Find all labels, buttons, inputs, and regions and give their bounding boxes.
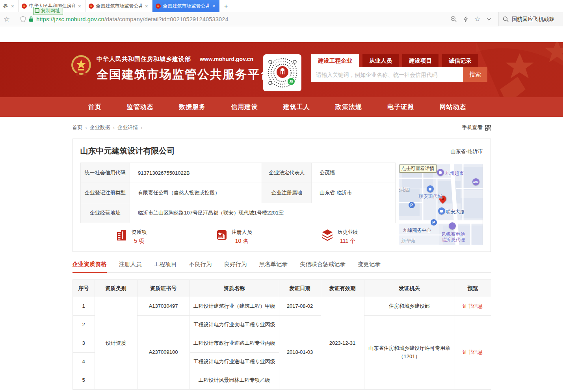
- close-icon[interactable]: ×: [212, 3, 216, 9]
- location-map[interactable]: 点击可查看详情 ATMPP九州超市纪花园联安现代城联安大厦九峰商务中心风帆蓄电池…: [399, 164, 483, 245]
- map-purple-marker: [437, 169, 444, 176]
- national-emblem-logo: [71, 55, 92, 78]
- close-icon[interactable]: ×: [77, 3, 82, 9]
- zoom-out-icon[interactable]: [450, 16, 457, 22]
- flash-icon[interactable]: [463, 16, 468, 22]
- keyword-search-input[interactable]: [311, 67, 463, 82]
- validity-date: 2023-12-31: [321, 297, 364, 390]
- stat-value: 10 名: [232, 238, 252, 245]
- map-label: 九峰商务中心: [403, 227, 431, 234]
- copy-icon: [36, 9, 39, 13]
- breadcrumb-company-detail[interactable]: 企业详情: [117, 124, 138, 131]
- detail-tabs: 企业资质资格 注册人员 工程项目 不良行为 良好行为 黑名单记录 失信联合惩戒记…: [72, 261, 491, 273]
- page-content: 首页 › 企业数据 › 企业详情 › 手机查看 山东中元建筑设计有限公司 山东省…: [0, 117, 563, 390]
- stat-registered-personnel: 注册人员 10 名: [216, 229, 252, 245]
- emblem-favicon: ★: [22, 4, 27, 9]
- tab-title: 界: [3, 3, 8, 9]
- copy-url-label: 复制网址: [41, 7, 60, 14]
- tab-dishonesty-records[interactable]: 失信联合惩戒记录: [300, 261, 346, 272]
- company-info-table: 统一社会信用代码 91371302675501022B 企业法定代表人 公茂福 …: [80, 163, 396, 223]
- mobile-view-button[interactable]: 手机查看: [462, 124, 491, 131]
- search-tab-enterprise[interactable]: 建设工程企业: [311, 54, 359, 67]
- row-no: 5: [72, 371, 95, 390]
- map-label: 联安大厦: [446, 209, 465, 215]
- cert-no: A237009100: [137, 316, 190, 390]
- qr-code-icon: [485, 125, 491, 131]
- favorite-star-icon[interactable]: ☆: [474, 15, 480, 23]
- nav-item-credit[interactable]: 信用建设: [231, 103, 258, 111]
- main-nav: 首页 监管动态 数据服务 信用建设 建筑工人 政策法规 电子证照 网站动态: [0, 97, 563, 117]
- platform-title: 全国建筑市场监管公共服务平台: [97, 67, 273, 83]
- breadcrumb-company-data[interactable]: 企业数据: [90, 124, 110, 131]
- search-tab-project[interactable]: 建设项目: [402, 54, 439, 67]
- bookmark-star-icon[interactable]: ☆: [4, 15, 10, 24]
- reg-region-value: 山东省-临沂市: [312, 183, 395, 203]
- search-tab-personnel[interactable]: 从业人员: [362, 54, 399, 67]
- search-tab-credit[interactable]: 诚信记录: [442, 54, 478, 67]
- browser-window: 界 × ★ 中华人民共和国住房和城乡建设 × ★ 全国建筑市场监管公共服务平台 …: [0, 0, 563, 392]
- tab-change-records[interactable]: 变更记录: [358, 261, 381, 272]
- browser-tab-active[interactable]: ★ 全国建筑市场监管公共服务平台 ×: [152, 0, 219, 12]
- issuing-authority: 住房和城乡建设部: [364, 297, 455, 316]
- issue-date: 2018-01-03: [279, 316, 321, 390]
- tab-good-behavior[interactable]: 良好行为: [224, 261, 247, 272]
- copy-url-tooltip: 复制网址: [33, 7, 63, 15]
- close-icon[interactable]: ×: [144, 3, 149, 9]
- nav-item-home[interactable]: 首页: [88, 103, 102, 111]
- stat-historical-performance: 历史业绩 111 个: [321, 229, 358, 245]
- nav-item-data-service[interactable]: 数据服务: [179, 103, 206, 111]
- tab-blacklist[interactable]: 黑名单记录: [259, 261, 288, 272]
- certificate-icon: [216, 229, 228, 241]
- close-icon[interactable]: ×: [10, 3, 15, 9]
- tab-qualifications[interactable]: 企业资质资格: [72, 261, 107, 272]
- row-no: 2: [72, 316, 95, 334]
- company-stats: 资质项 5 项 注册人员 10 名: [80, 229, 396, 245]
- credit-code-label: 统一社会信用代码: [80, 163, 130, 183]
- nav-item-workers[interactable]: 建筑工人: [283, 103, 310, 111]
- stat-value: 5 项: [132, 238, 147, 245]
- search-button[interactable]: 搜索: [463, 67, 487, 82]
- col-header: 序号: [72, 280, 95, 297]
- browser-tab-partial[interactable]: 界 ×: [0, 0, 19, 12]
- certificate-info-link[interactable]: 证书信息: [463, 349, 483, 355]
- tab-projects[interactable]: 工程项目: [154, 261, 177, 272]
- tab-title: 全国建筑市场监管公共服务平台: [163, 3, 209, 9]
- url-field[interactable]: https://jzsc.mohurd.gov.cn/data/company/…: [20, 16, 450, 22]
- browser-tab-jzsc[interactable]: ★ 全国建筑市场监管公共服务平台 ×: [85, 0, 152, 12]
- map-canvas: ATMPP九州超市纪花园联安现代城联安大厦九峰商务中心风帆蓄电池临沂总代理新华苑: [399, 164, 483, 245]
- mobile-view-label: 手机查看: [462, 124, 483, 131]
- tab-bad-behavior[interactable]: 不良行为: [189, 261, 212, 272]
- tab-registered-personnel[interactable]: 注册人员: [119, 261, 142, 272]
- site-brand: 中华人民共和国住房和城乡建设部 www.mohurd.gov.cn 全国建筑市场…: [97, 55, 273, 83]
- nav-item-site-news[interactable]: 网站动态: [439, 103, 466, 111]
- col-header: 资质证书号: [137, 280, 190, 297]
- certificate-info-link[interactable]: 证书信息: [463, 303, 483, 309]
- map-tooltip: 点击可查看详情: [399, 165, 437, 173]
- col-header: 资质类别: [95, 280, 137, 297]
- map-blue-marker: [427, 185, 434, 192]
- address-value: 临沂市兰山区陶然路107号星河晶都（联安）现代城1号楼2201室: [130, 203, 395, 223]
- address-bar-actions: ☆: [450, 15, 491, 23]
- map-parking-marker: P: [409, 202, 415, 208]
- breadcrumb-separator: ›: [85, 125, 87, 131]
- qualification-name: 工程设计电力行业变电工程专业丙级: [190, 316, 279, 334]
- row-no: 4: [72, 353, 95, 371]
- row-no: 3: [72, 334, 95, 353]
- nav-item-supervision[interactable]: 监管动态: [127, 103, 154, 111]
- reg-type-label: 企业登记注册类型: [80, 183, 130, 203]
- col-header: 发证机关: [364, 280, 455, 297]
- stat-label: 历史业绩: [338, 229, 358, 236]
- hot-search-box[interactable]: 国航回应飞机颠簸: [498, 12, 563, 26]
- breadcrumb-home[interactable]: 首页: [72, 124, 83, 131]
- chevron-down-icon[interactable]: [487, 18, 491, 21]
- nav-item-e-license[interactable]: 电子证照: [387, 103, 414, 111]
- company-card: 山东中元建筑设计有限公司 山东省-临沂市 统一社会信用代码 9137130267…: [72, 139, 491, 252]
- qualification-name: 工程设计市政行业道路工程专业丙级: [190, 334, 279, 353]
- col-header: 发证有效期: [321, 280, 364, 297]
- map-label: 临沂总代理: [442, 237, 465, 243]
- stat-qualifications: 资质项 5 项: [116, 229, 147, 245]
- new-tab-button[interactable]: +: [219, 0, 233, 12]
- header-search: 建设工程企业 从业人员 建设项目 诚信记录 搜索: [311, 54, 487, 82]
- company-region: 山东省-临沂市: [450, 148, 483, 155]
- nav-item-policy[interactable]: 政策法规: [335, 103, 362, 111]
